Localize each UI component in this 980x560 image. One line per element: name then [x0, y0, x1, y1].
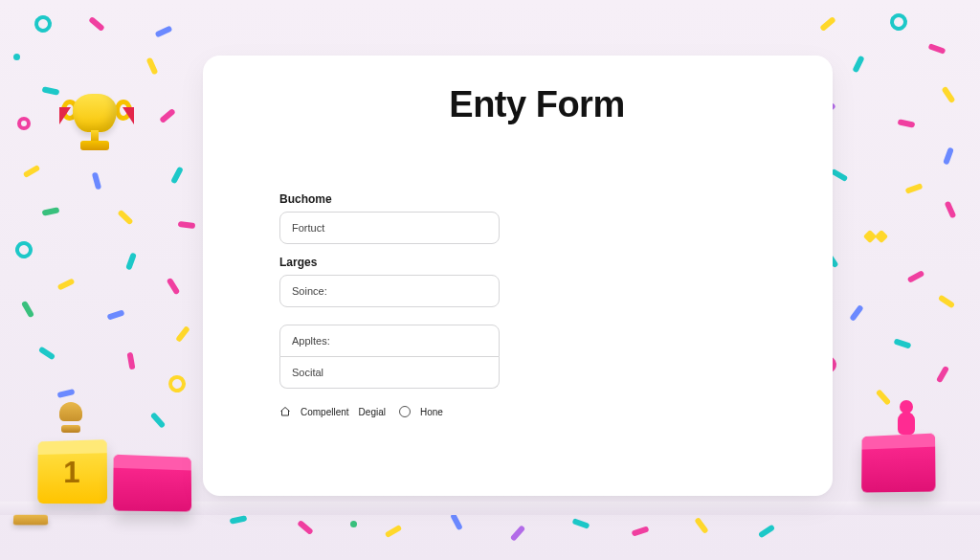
entry-form-card: Enty Form Buchome Larges Compellent Degi… [203, 56, 833, 496]
trophy-icon [59, 88, 134, 184]
label-buchome: Buchome [279, 192, 500, 206]
yellow-bow-icon [865, 226, 886, 247]
pink-figure-icon [894, 400, 919, 437]
podium-number: 1 [63, 454, 79, 489]
input-socital[interactable] [279, 357, 500, 389]
field-buchome: Buchome [279, 192, 500, 244]
home-icon [279, 406, 291, 417]
input-larges[interactable] [279, 275, 500, 307]
radio-input-hone[interactable] [399, 406, 411, 417]
field-larges: Larges [279, 256, 500, 307]
radio-label-hone[interactable]: Hone [420, 407, 443, 417]
goblet-icon [52, 402, 90, 440]
input-buchome[interactable] [279, 212, 500, 244]
radio-label-degial[interactable]: Degial [359, 407, 386, 417]
podium-one-icon: 1 [37, 439, 107, 504]
input-appltes[interactable] [279, 325, 500, 357]
pink-stand-icon [861, 434, 935, 493]
page-title: Enty Form [279, 84, 794, 125]
entry-form: Buchome Larges Compellent Degial Hone [279, 192, 500, 417]
gold-tab-icon [13, 515, 49, 526]
pink-cube-icon [113, 455, 191, 512]
radio-label-compellent[interactable]: Compellent [301, 407, 349, 417]
stacked-field-group [279, 325, 500, 389]
radio-option-row: Compellent Degial Hone [279, 406, 500, 417]
label-larges: Larges [279, 256, 500, 269]
